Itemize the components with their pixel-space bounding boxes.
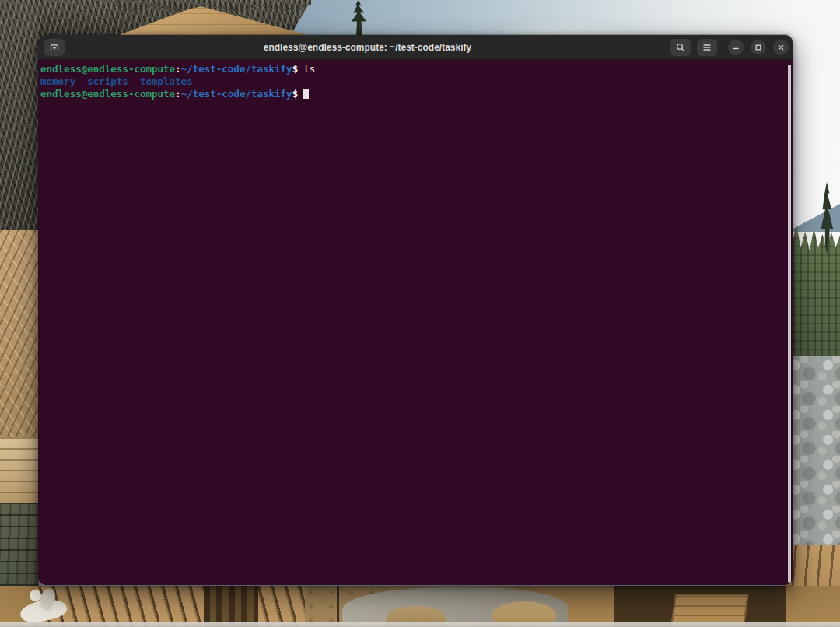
- hamburger-menu-icon: [701, 41, 713, 54]
- terminal-window: endless@endless-compute: ~/test-code/tas…: [37, 34, 793, 586]
- search-icon: [674, 41, 687, 54]
- scrollbar[interactable]: [788, 65, 791, 583]
- window-title: endless@endless-compute: ~/test-code/tas…: [65, 42, 670, 53]
- wallpaper-wood-beam: [0, 437, 39, 503]
- wallpaper-shingles-tan: [0, 230, 39, 437]
- minimize-button[interactable]: [728, 40, 744, 55]
- directory-listing: memory scripts templates: [40, 75, 193, 87]
- menu-button[interactable]: [697, 39, 717, 56]
- terminal-output-line: memory scripts templates: [40, 75, 785, 88]
- search-button[interactable]: [670, 39, 691, 56]
- prompt-user-host: endless@endless-compute: [40, 63, 175, 75]
- prompt-symbol: $: [292, 88, 299, 100]
- maximize-button[interactable]: [751, 40, 766, 55]
- wallpaper-floor: [0, 586, 840, 627]
- wallpaper-twig-wall: [0, 0, 39, 238]
- terminal-screen[interactable]: endless@endless-compute:~/test-code/task…: [38, 60, 793, 586]
- titlebar[interactable]: endless@endless-compute: ~/test-code/tas…: [38, 35, 793, 60]
- bird-head: [30, 590, 41, 601]
- terminal-line: endless@endless-compute:~/test-code/task…: [40, 63, 785, 75]
- desktop: endless@endless-compute: ~/test-code/tas…: [0, 0, 840, 627]
- wallpaper-forest: [786, 218, 840, 367]
- close-button[interactable]: [773, 40, 789, 55]
- prompt-user-host: endless@endless-compute: [40, 88, 175, 100]
- typed-command: ls: [303, 63, 315, 75]
- prompt-path: ~/test-code/taskify: [181, 63, 292, 75]
- prompt-symbol: $: [292, 63, 299, 75]
- wallpaper-bottom-band: [0, 622, 840, 627]
- prompt-separator: :: [175, 63, 181, 75]
- wallpaper-rock-slope: [786, 356, 840, 560]
- prompt-path: ~/test-code/taskify: [181, 88, 292, 100]
- maximize-icon: [753, 42, 764, 53]
- terminal-line: endless@endless-compute:~/test-code/task…: [40, 88, 785, 100]
- minimize-icon: [730, 42, 741, 53]
- new-tab-icon: [48, 41, 61, 54]
- terminal-cursor: [303, 89, 309, 99]
- close-icon: [775, 42, 786, 53]
- new-tab-button[interactable]: [44, 39, 65, 56]
- prompt-separator: :: [175, 88, 181, 100]
